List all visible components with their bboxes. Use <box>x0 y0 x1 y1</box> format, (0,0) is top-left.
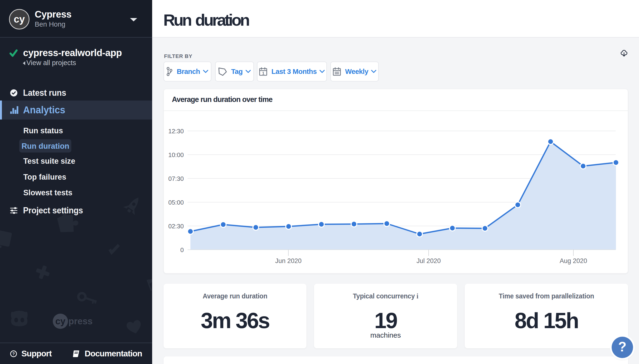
svg-text:cy: cy <box>55 316 65 326</box>
svg-text:05:00: 05:00 <box>168 199 184 206</box>
svg-text:0: 0 <box>180 246 184 254</box>
svg-text:07:30: 07:30 <box>168 175 184 182</box>
svg-text:press: press <box>69 316 93 326</box>
svg-text:10:00: 10:00 <box>168 151 184 158</box>
svg-text:?: ? <box>12 352 15 356</box>
svg-text:Jun 2020: Jun 2020 <box>275 257 301 264</box>
svg-text:Jul 2020: Jul 2020 <box>416 257 441 264</box>
svg-text:Aug 2020: Aug 2020 <box>560 257 587 264</box>
svg-text:1: 1 <box>262 71 264 76</box>
svg-text:02:30: 02:30 <box>168 223 184 230</box>
svg-text:12:30: 12:30 <box>168 128 184 135</box>
